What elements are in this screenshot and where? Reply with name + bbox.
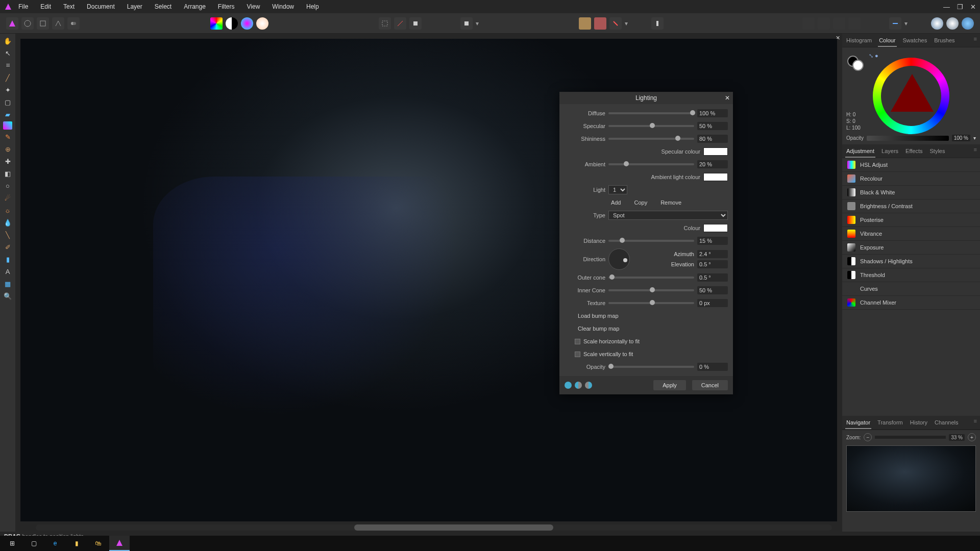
distance-value[interactable]: 15 % <box>697 237 728 245</box>
adjustment-item[interactable]: HSL Adjust <box>842 158 980 172</box>
dialog-opacity-slider[interactable] <box>608 366 694 368</box>
adjustment-item[interactable]: Shadows / Highlights <box>842 255 980 268</box>
smudge-tool-icon[interactable]: ☄ <box>2 193 13 203</box>
eyedropper-icon[interactable]: ⤡ ● <box>869 53 878 59</box>
lab-icon[interactable] <box>256 17 268 30</box>
colour-triangle[interactable] <box>891 74 934 112</box>
persona-photo-icon[interactable] <box>6 17 18 30</box>
blur-tool-icon[interactable]: 💧 <box>2 217 13 228</box>
add-light-button[interactable]: Add <box>608 199 624 206</box>
menu-layer[interactable]: Layer <box>127 3 142 10</box>
assistant-icon[interactable] <box>651 17 664 30</box>
menu-file[interactable]: File <box>18 3 28 10</box>
adjustment-item[interactable]: Exposure <box>842 241 980 255</box>
quick-mask-icon[interactable] <box>409 17 422 30</box>
burn-tool-icon[interactable]: ☼ <box>2 205 13 215</box>
cancel-button[interactable]: Cancel <box>692 380 728 390</box>
inner-cone-value[interactable]: 50 % <box>697 286 728 294</box>
rgb-icon[interactable] <box>241 17 253 30</box>
copy-light-button[interactable]: Copy <box>631 199 650 206</box>
arrange-back-icon[interactable] <box>802 17 815 30</box>
greyscale-icon[interactable] <box>226 17 238 30</box>
diffuse-slider[interactable] <box>608 112 694 114</box>
add-layer-icon[interactable] <box>931 17 943 30</box>
minimize-button[interactable]: — <box>943 3 950 11</box>
zoom-in-button[interactable]: + <box>968 433 976 441</box>
tab-swatches[interactable]: Swatches <box>902 36 928 47</box>
tab-histogram[interactable]: Histogram <box>845 36 873 47</box>
file-explorer-icon[interactable]: ▮ <box>66 536 87 551</box>
dropdown-arrow-icon[interactable]: ▾ <box>904 20 908 27</box>
brush-tool-icon[interactable]: ╱ <box>2 72 13 83</box>
crop-tool-icon[interactable]: ⌗ <box>2 60 13 70</box>
clone-tool-icon[interactable]: ⊕ <box>2 144 13 154</box>
menu-window[interactable]: Window <box>272 3 294 10</box>
text-tool-icon[interactable]: A <box>2 266 13 277</box>
horizontal-scrollbar[interactable] <box>36 524 832 531</box>
menu-select[interactable]: Select <box>155 3 172 10</box>
crop-icon[interactable] <box>460 17 473 30</box>
tab-brushes[interactable]: Brushes <box>933 36 955 47</box>
zoom-out-button[interactable]: − <box>864 433 872 441</box>
store-icon[interactable]: 🛍 <box>88 536 108 551</box>
ambient-value[interactable]: 20 % <box>697 160 728 168</box>
distance-slider[interactable] <box>608 240 694 242</box>
scale-h-checkbox[interactable] <box>575 339 580 344</box>
type-select[interactable]: Spot <box>608 211 728 220</box>
menu-help[interactable]: Help <box>306 3 319 10</box>
adjustment-item[interactable]: Channel Mixer <box>842 296 980 310</box>
edge-browser-icon[interactable]: e <box>45 536 65 551</box>
start-button[interactable]: ⊞ <box>2 536 22 551</box>
tab-channels[interactable]: Channels <box>934 418 959 429</box>
remove-light-button[interactable]: Remove <box>657 199 684 206</box>
wand-tool-icon[interactable]: ✦ <box>2 85 13 95</box>
diffuse-value[interactable]: 100 % <box>697 109 728 117</box>
persona-tone-icon[interactable] <box>52 17 64 30</box>
menu-arrange[interactable]: Arrange <box>184 3 206 10</box>
mask-layer-icon[interactable] <box>946 17 959 30</box>
preview-side-icon[interactable] <box>585 382 592 389</box>
dropdown-arrow-icon[interactable]: ▾ <box>973 135 976 141</box>
shininess-value[interactable]: 80 % <box>697 135 728 143</box>
adjustment-item[interactable]: Recolour <box>842 172 980 186</box>
clear-bump-button[interactable]: Clear bump map <box>575 325 622 332</box>
sharpen-tool-icon[interactable]: ╲ <box>2 230 13 240</box>
snap-pixel-icon[interactable] <box>594 17 606 30</box>
live-filter-icon[interactable] <box>962 17 974 30</box>
menu-text[interactable]: Text <box>63 3 75 10</box>
direction-control[interactable] <box>608 248 630 270</box>
dodge-tool-icon[interactable]: ○ <box>2 181 13 191</box>
selection-subtract-icon[interactable] <box>394 17 406 30</box>
preview-split-icon[interactable] <box>565 382 572 389</box>
panel-menu-icon[interactable]: ≡ <box>974 36 977 47</box>
apply-button[interactable]: Apply <box>653 380 686 390</box>
adjustment-item[interactable]: Threshold <box>842 268 980 282</box>
dialog-titlebar[interactable]: Lighting ✕ <box>559 92 733 104</box>
tab-adjustment[interactable]: Adjustment <box>845 146 875 158</box>
texture-value[interactable]: 0 px <box>697 299 728 307</box>
arrange-front-icon[interactable] <box>848 17 861 30</box>
selection-tool-icon[interactable] <box>379 17 391 30</box>
load-bump-button[interactable]: Load bump map <box>575 313 622 319</box>
persona-liquify-icon[interactable] <box>21 17 34 30</box>
arrange-forward-icon[interactable] <box>833 17 845 30</box>
zoom-value[interactable]: 33 % <box>949 434 965 441</box>
mesh-tool-icon[interactable]: ▦ <box>2 279 13 289</box>
outer-cone-value[interactable]: 0.5 ° <box>697 273 728 282</box>
adjustment-item[interactable]: Curves <box>842 282 980 296</box>
hand-tool-icon[interactable]: ✋ <box>2 36 13 46</box>
persona-export-icon[interactable] <box>67 17 80 30</box>
eraser-tool-icon[interactable]: ◧ <box>2 168 13 179</box>
marquee-tool-icon[interactable]: ▢ <box>2 97 13 107</box>
light-colour-swatch[interactable] <box>703 224 728 232</box>
navigator-thumbnail[interactable] <box>846 445 976 512</box>
lighting-gizmo[interactable] <box>20 39 174 115</box>
shininess-slider[interactable] <box>608 138 694 140</box>
adjustment-item[interactable]: Brightness / Contrast <box>842 199 980 213</box>
move-tool-icon[interactable]: ↖ <box>2 48 13 58</box>
tab-layers[interactable]: Layers <box>880 146 899 158</box>
task-view-button[interactable]: ▢ <box>23 536 44 551</box>
affinity-taskbar-icon[interactable] <box>109 536 130 551</box>
align-icon[interactable] <box>889 17 901 30</box>
heal-tool-icon[interactable]: ✚ <box>2 156 13 166</box>
